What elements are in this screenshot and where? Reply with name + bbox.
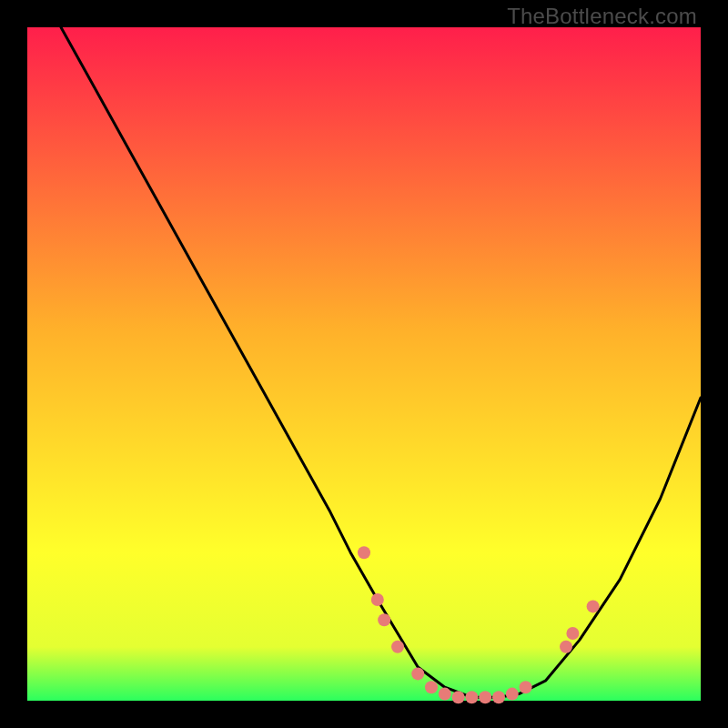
data-dot: [479, 691, 491, 703]
data-dot: [452, 691, 465, 703]
data-dot: [411, 667, 424, 680]
data-dot: [439, 688, 451, 701]
data-dot: [378, 613, 390, 626]
data-dot: [358, 546, 370, 559]
data-dot: [492, 691, 505, 703]
data-dot: [425, 681, 438, 693]
data-dot: [391, 641, 404, 653]
watermark-text: TheBottleneck.com: [507, 4, 697, 29]
data-dot: [566, 627, 579, 640]
data-dot: [371, 593, 384, 606]
data-dot: [587, 600, 600, 612]
data-dot: [465, 691, 478, 703]
data-dot: [560, 641, 572, 653]
data-dot: [520, 681, 532, 693]
data-dot: [506, 688, 519, 701]
bottleneck-chart: [27, 27, 701, 701]
